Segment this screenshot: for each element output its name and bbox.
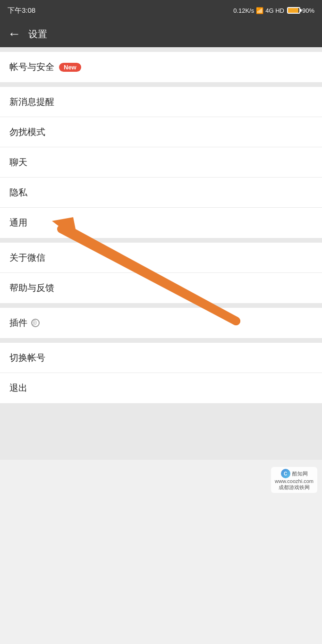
help-feedback-label: 帮助与反馈	[9, 282, 54, 294]
network-speed: 0.12K/s	[233, 7, 254, 14]
divider-4	[0, 303, 322, 308]
settings-item-dnd-mode[interactable]: 勿扰模式	[0, 117, 322, 147]
plugins-label: 插件	[9, 317, 27, 329]
settings-section-3: 关于微信 帮助与反馈	[0, 243, 322, 303]
settings-item-plugins[interactable]: 插件	[0, 308, 322, 338]
divider-2	[0, 82, 322, 87]
logout-label: 退出	[9, 382, 27, 394]
settings-section-5: 切换帐号 退出	[0, 343, 322, 403]
divider-bottom	[0, 403, 322, 460]
dnd-mode-label: 勿扰模式	[9, 126, 45, 138]
new-message-label: 新消息提醒	[9, 96, 54, 108]
general-label: 通用	[9, 217, 27, 229]
account-security-label: 帐号与安全	[9, 61, 54, 73]
signal-type: 4G HD	[265, 7, 284, 14]
settings-item-logout[interactable]: 退出	[0, 373, 322, 403]
settings-section-2: 新消息提醒 勿扰模式 聊天 隐私 通用	[0, 87, 322, 238]
watermark-line2: www.coozhi.com	[275, 478, 314, 484]
status-bar: 下午3:08 0.12K/s 📶 4G HD 90%	[0, 0, 322, 21]
plugin-icon	[31, 319, 40, 327]
settings-item-privacy[interactable]: 隐私	[0, 178, 322, 208]
status-right-icons: 0.12K/s 📶 4G HD 90%	[233, 7, 314, 14]
settings-section-4: 插件	[0, 308, 322, 338]
logo-circle: C	[281, 469, 290, 478]
page-title: 设置	[28, 28, 47, 41]
settings-section-1: 帐号与安全 New	[0, 52, 322, 82]
settings-item-help-feedback[interactable]: 帮助与反馈	[0, 273, 322, 303]
toolbar: ← 设置	[0, 21, 322, 47]
divider-3	[0, 238, 322, 243]
signal-icon: 📶	[256, 7, 263, 14]
switch-account-label: 切换帐号	[9, 352, 45, 364]
divider-5	[0, 338, 322, 343]
watermark-logo: C 酷知网	[281, 469, 308, 478]
watermark: C 酷知网 www.coozhi.com 成都游戏铁网	[271, 467, 317, 493]
battery-fill	[288, 8, 298, 13]
battery-percent: 90%	[302, 7, 314, 14]
battery-icon	[287, 7, 300, 14]
about-wechat-label: 关于微信	[9, 252, 45, 264]
watermark-area: C 酷知网 www.coozhi.com 成都游戏铁网	[0, 460, 322, 498]
settings-item-switch-account[interactable]: 切换帐号	[0, 343, 322, 373]
settings-item-account-security[interactable]: 帐号与安全 New	[0, 52, 322, 82]
watermark-line1: 酷知网	[292, 470, 308, 477]
settings-item-chat[interactable]: 聊天	[0, 147, 322, 178]
divider-top	[0, 47, 322, 52]
watermark-line3: 成都游戏铁网	[279, 484, 310, 491]
chat-label: 聊天	[9, 156, 27, 169]
settings-item-general[interactable]: 通用	[0, 208, 322, 238]
back-button[interactable]: ←	[8, 27, 21, 41]
new-badge: New	[59, 63, 81, 72]
settings-item-new-message[interactable]: 新消息提醒	[0, 87, 322, 117]
privacy-label: 隐私	[9, 186, 27, 199]
settings-item-about-wechat[interactable]: 关于微信	[0, 243, 322, 273]
status-time: 下午3:08	[8, 6, 35, 15]
